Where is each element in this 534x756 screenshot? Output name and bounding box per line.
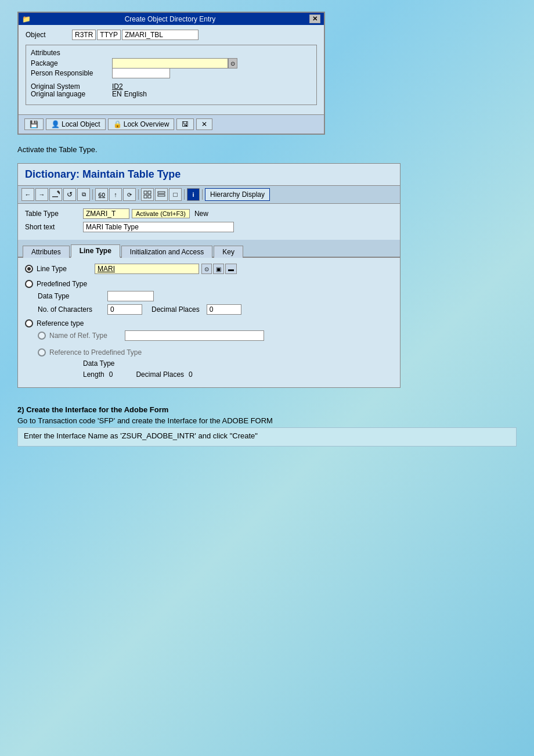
short-text-input[interactable] bbox=[83, 222, 234, 232]
separator4 bbox=[202, 189, 203, 200]
struct2-button[interactable] bbox=[155, 188, 168, 201]
svg-rect-3 bbox=[148, 191, 151, 194]
reference-type-row: Reference type bbox=[25, 319, 393, 327]
data-type-label2: Data Type bbox=[83, 359, 114, 368]
ref-to-predefined-radio bbox=[38, 348, 46, 357]
person-responsible-row: Person Responsible bbox=[31, 68, 312, 78]
line-type-radio[interactable] bbox=[25, 265, 33, 273]
ref-to-predefined-label: Reference to Predefined Type bbox=[49, 348, 142, 357]
data-type-input[interactable] bbox=[107, 291, 154, 301]
data-type-row2: Data Type bbox=[83, 359, 393, 368]
up-button[interactable]: ↑ bbox=[109, 188, 122, 201]
no-of-chars-input[interactable] bbox=[107, 304, 142, 315]
section2-para2: Enter the Interface Name as 'ZSUR_ADOBE_… bbox=[24, 431, 510, 440]
dialog-close-button[interactable]: ✕ bbox=[309, 15, 320, 23]
package-label: Package bbox=[31, 59, 112, 67]
length-row: Length 0 Decimal Places 0 bbox=[83, 370, 393, 379]
decimal-places-label2: Decimal Places bbox=[136, 370, 184, 379]
refresh-icon: ↺ bbox=[67, 190, 73, 199]
dialog-title-bar: 📁 Create Object Directory Entry ✕ bbox=[19, 13, 324, 25]
tab-attributes[interactable]: Attributes bbox=[23, 246, 70, 258]
dictionary-section: Dictionary: Maintain Table Type ← → ↺ ⧉ … bbox=[17, 163, 400, 388]
svg-rect-0 bbox=[52, 196, 58, 197]
person-responsible-input[interactable] bbox=[112, 68, 170, 78]
line-type-input[interactable] bbox=[95, 264, 199, 274]
decimal-places-input[interactable] bbox=[207, 304, 241, 315]
activate-text: Activate the Table Type. bbox=[17, 145, 517, 154]
reference-type-label: Reference type bbox=[37, 319, 84, 327]
info-button[interactable]: i bbox=[187, 188, 200, 201]
back-button[interactable]: ← bbox=[21, 188, 34, 201]
table-type-input[interactable] bbox=[83, 208, 129, 219]
status-badge: New bbox=[194, 210, 208, 218]
svg-rect-4 bbox=[144, 195, 147, 198]
package-search-btn[interactable]: ⊙ bbox=[228, 58, 237, 69]
package-input[interactable] bbox=[112, 58, 228, 69]
box-button[interactable]: □ bbox=[169, 188, 182, 201]
tab-line-type[interactable]: Line Type bbox=[71, 244, 120, 258]
local-object-label: Local Object bbox=[62, 120, 100, 128]
save-icon: 💾 bbox=[30, 120, 38, 128]
short-text-row: Short text bbox=[25, 222, 393, 232]
search-btn3[interactable]: ▬ bbox=[225, 264, 237, 274]
name-of-ref-radio bbox=[38, 332, 46, 340]
lock-overview-button[interactable]: 🔒 Lock Overview bbox=[108, 118, 175, 130]
cancel-icon: ✕ bbox=[201, 120, 207, 128]
branch-button[interactable]: ⟳ bbox=[123, 188, 136, 201]
decimal-places-label: Decimal Places bbox=[151, 305, 200, 314]
original-language-value: English bbox=[124, 90, 147, 98]
svg-rect-6 bbox=[158, 192, 165, 193]
copy-icon: ⧉ bbox=[82, 191, 86, 198]
original-system-label: Original System bbox=[31, 82, 112, 91]
local-object-button[interactable]: 👤 Local Object bbox=[46, 118, 106, 130]
struct1-button[interactable] bbox=[141, 188, 154, 201]
num-button[interactable]: 6̲0̲ bbox=[95, 188, 108, 201]
copy-button[interactable]: ⧉ bbox=[77, 188, 90, 201]
predefined-type-label: Predefined Type bbox=[37, 280, 87, 288]
tab-content: Line Type ⊙ ▣ ▬ Predefined Type Data Typ… bbox=[18, 258, 400, 387]
separator1 bbox=[92, 189, 93, 200]
length-label: Length bbox=[83, 370, 104, 379]
tabs-bar: Attributes Line Type Initialization and … bbox=[18, 240, 400, 258]
dialog-title-icon: 📁 bbox=[22, 15, 31, 23]
section2: 2) Create the Interface for the Adobe Fo… bbox=[17, 399, 517, 452]
object-value: R3TR TTYP ZMARI_TBL bbox=[72, 30, 199, 40]
tab-init-access[interactable]: Initialization and Access bbox=[121, 246, 212, 258]
name-of-ref-label: Name of Ref. Type bbox=[49, 332, 125, 340]
save2-button[interactable]: 🖫 bbox=[176, 118, 194, 130]
tab-key[interactable]: Key bbox=[214, 246, 243, 258]
num-icon: 6̲0̲ bbox=[98, 192, 105, 198]
search-btn2[interactable]: ▣ bbox=[213, 264, 224, 274]
refresh-button[interactable]: ↺ bbox=[63, 188, 76, 201]
object-name: ZMARI_TBL bbox=[122, 30, 199, 40]
object-tag2: TTYP bbox=[97, 30, 121, 40]
separator2 bbox=[138, 189, 139, 200]
reference-type-radio[interactable] bbox=[25, 319, 33, 327]
edit-button[interactable] bbox=[49, 188, 62, 201]
object-tag1: R3TR bbox=[72, 30, 96, 40]
attributes-section-label: Attributes bbox=[31, 49, 312, 57]
predefined-type-row: Predefined Type bbox=[25, 280, 393, 288]
original-language-code: EN bbox=[112, 90, 122, 98]
section2-highlight: Enter the Interface Name as 'ZSUR_ADOBE_… bbox=[17, 427, 517, 447]
cancel-button[interactable]: ✕ bbox=[196, 118, 212, 130]
original-language-label: Original language bbox=[31, 90, 112, 98]
box-icon: □ bbox=[173, 190, 177, 199]
person-responsible-label: Person Responsible bbox=[31, 69, 112, 77]
section2-para1: Go to Transaction code 'SFP' and create … bbox=[17, 416, 517, 425]
name-of-ref-input[interactable] bbox=[125, 330, 264, 341]
decimal-places-value2: 0 bbox=[189, 370, 193, 379]
hierarchy-display-button[interactable]: Hierarchy Display bbox=[205, 188, 270, 201]
original-system-value: ID2 bbox=[112, 82, 123, 91]
predefined-type-radio[interactable] bbox=[25, 280, 33, 288]
forward-button[interactable]: → bbox=[35, 188, 48, 201]
toolbar: ← → ↺ ⧉ 6̲0̲ ↑ ⟳ bbox=[18, 185, 400, 204]
lock-icon: 🔒 bbox=[113, 120, 122, 128]
name-of-ref-row: Name of Ref. Type bbox=[38, 330, 393, 341]
attributes-section: Attributes Package ⊙ Person Responsible … bbox=[26, 45, 317, 105]
search-btn1[interactable]: ⊙ bbox=[201, 264, 212, 274]
data-type-label: Data Type bbox=[38, 292, 107, 300]
data-type-row: Data Type bbox=[38, 291, 393, 301]
table-type-row: Table Type Activate (Ctrl+F3) New bbox=[25, 208, 393, 219]
save-button[interactable]: 💾 bbox=[24, 118, 44, 130]
